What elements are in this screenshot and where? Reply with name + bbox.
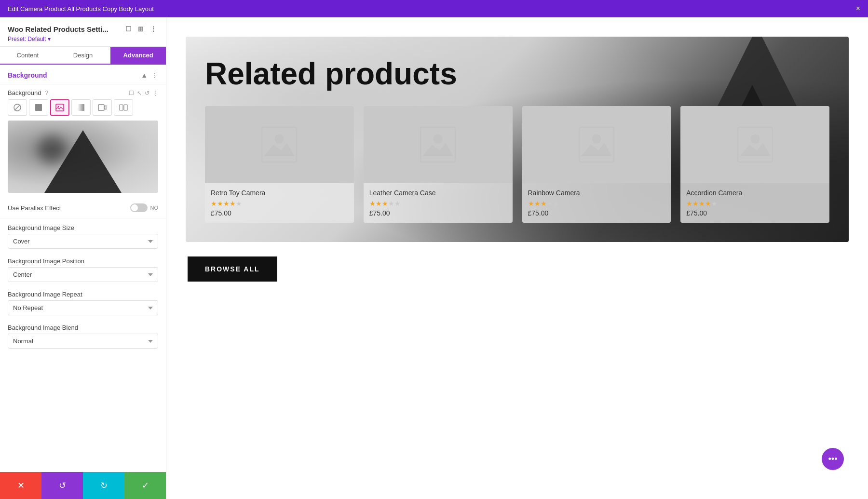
image-size-label: Background Image Size bbox=[8, 224, 158, 231]
product-price-3: £75.00 bbox=[528, 209, 665, 217]
preview-content bbox=[8, 121, 158, 193]
svg-rect-8 bbox=[124, 105, 127, 110]
svg-rect-10 bbox=[262, 127, 297, 162]
save-button[interactable]: ✓ bbox=[124, 472, 166, 499]
preview-arrow bbox=[44, 130, 122, 193]
widget-header: Woo Related Products Setti... ☐ ⊞ ⋮ Pres… bbox=[0, 17, 166, 47]
background-label-icons: ☐ ↖ ↺ ⋮ bbox=[129, 90, 158, 96]
parallax-label: Use Parallax Effect bbox=[8, 204, 61, 212]
dots-icon: ••• bbox=[828, 454, 838, 464]
title-bar: Edit Camera Product All Products Copy Bo… bbox=[0, 0, 868, 17]
products-grid: Retro Toy Camera ★★★★★ £75.00 bbox=[205, 106, 829, 223]
bg-type-video[interactable] bbox=[93, 99, 112, 116]
product-info-4: Accordion Camera ★★★★★ £75.00 bbox=[680, 183, 829, 223]
bg-type-none[interactable] bbox=[8, 99, 27, 116]
image-repeat-label: Background Image Repeat bbox=[8, 291, 158, 298]
toggle-track[interactable] bbox=[130, 203, 148, 212]
responsive-icon[interactable]: ☐ bbox=[123, 24, 133, 34]
product-card: Rainbow Camera ★★★★★ £75.00 bbox=[522, 106, 671, 223]
redo-icon: ↻ bbox=[100, 480, 108, 491]
svg-point-9 bbox=[275, 134, 284, 143]
collapse-icon[interactable]: ▲ bbox=[141, 71, 148, 79]
background-label-row: Background ? ☐ ↖ ↺ ⋮ bbox=[0, 84, 166, 99]
help-icon[interactable]: ? bbox=[45, 90, 48, 96]
svg-rect-7 bbox=[120, 105, 123, 110]
redo-button[interactable]: ↻ bbox=[83, 472, 124, 499]
tab-design[interactable]: Design bbox=[55, 47, 111, 64]
svg-rect-12 bbox=[420, 127, 455, 162]
image-blend-select[interactable]: Normal Multiply Screen Overlay bbox=[8, 334, 158, 349]
toggle-thumb bbox=[131, 204, 138, 211]
section-menu-icon[interactable]: ⋮ bbox=[151, 71, 158, 79]
svg-rect-3 bbox=[56, 104, 64, 111]
bg-type-gradient[interactable] bbox=[71, 99, 91, 116]
image-repeat-row: Background Image Repeat No Repeat Repeat… bbox=[0, 287, 166, 320]
bottom-toolbar: ✕ ↺ ↻ ✓ bbox=[0, 472, 166, 499]
svg-rect-14 bbox=[579, 127, 614, 162]
close-button[interactable]: × bbox=[856, 4, 860, 13]
save-icon: ✓ bbox=[142, 480, 149, 491]
product-name-4: Accordion Camera bbox=[686, 189, 824, 197]
more-options-icon[interactable]: ⋮ bbox=[152, 90, 158, 96]
grid-icon[interactable]: ⊞ bbox=[136, 24, 146, 34]
image-position-row: Background Image Position Center Top Lef… bbox=[0, 254, 166, 287]
product-stars-3: ★★★★★ bbox=[528, 200, 665, 207]
canvas-area: Related products Retro Toy Camera ★★★★★ bbox=[166, 17, 868, 499]
image-size-row: Background Image Size Cover Contain Auto bbox=[0, 220, 166, 254]
related-products-title: Related products bbox=[205, 56, 829, 92]
product-price-4: £75.00 bbox=[686, 209, 824, 217]
bg-type-color[interactable] bbox=[29, 99, 48, 116]
product-name-3: Rainbow Camera bbox=[528, 189, 665, 197]
arrow-icon[interactable]: ↖ bbox=[137, 90, 142, 96]
svg-point-4 bbox=[58, 106, 59, 108]
preset-selector[interactable]: Preset: Default ▾ bbox=[8, 36, 158, 42]
image-blend-label: Background Image Blend bbox=[8, 324, 158, 331]
discard-button[interactable]: ✕ bbox=[0, 472, 41, 499]
product-stars-4: ★★★★★ bbox=[686, 200, 824, 207]
browse-all-button[interactable]: BROWSE ALL bbox=[188, 256, 277, 282]
background-image-preview[interactable] bbox=[8, 121, 158, 193]
title-bar-title: Edit Camera Product All Products Copy Bo… bbox=[8, 5, 154, 13]
sidebar: Woo Related Products Setti... ☐ ⊞ ⋮ Pres… bbox=[0, 17, 166, 499]
svg-point-11 bbox=[434, 134, 443, 143]
svg-rect-2 bbox=[35, 104, 42, 111]
toggle-state: NO bbox=[150, 205, 159, 211]
svg-point-15 bbox=[750, 134, 760, 143]
tab-advanced[interactable]: Advanced bbox=[110, 47, 166, 64]
related-products-section: Related products Retro Toy Camera ★★★★★ bbox=[186, 37, 849, 242]
device-icon[interactable]: ☐ bbox=[129, 90, 134, 96]
reset-icon[interactable]: ↺ bbox=[145, 90, 149, 96]
divider-1 bbox=[0, 218, 166, 218]
svg-rect-16 bbox=[738, 127, 773, 162]
undo-button[interactable]: ↺ bbox=[41, 472, 83, 499]
product-info-1: Retro Toy Camera ★★★★★ £75.00 bbox=[205, 183, 354, 223]
tab-content[interactable]: Content bbox=[0, 47, 55, 64]
image-repeat-select[interactable]: No Repeat Repeat Repeat X Repeat Y bbox=[8, 300, 158, 315]
widget-title-icons: ☐ ⊞ ⋮ bbox=[123, 24, 158, 34]
product-info-2: Leather Camera Case ★★★★★ £75.00 bbox=[364, 183, 513, 223]
product-stars-2: ★★★★★ bbox=[369, 200, 507, 207]
section-header-right: ▲ ⋮ bbox=[141, 71, 158, 79]
svg-rect-5 bbox=[78, 104, 84, 111]
product-price-1: £75.00 bbox=[211, 209, 348, 217]
image-blend-row: Background Image Blend Normal Multiply S… bbox=[0, 320, 166, 353]
undo-icon: ↺ bbox=[59, 480, 66, 491]
bg-type-image[interactable] bbox=[50, 99, 69, 116]
more-icon[interactable]: ⋮ bbox=[149, 24, 158, 34]
main-layout: Woo Related Products Setti... ☐ ⊞ ⋮ Pres… bbox=[0, 17, 868, 499]
widget-title-text: Woo Related Products Setti... bbox=[8, 25, 108, 33]
section-title: Background bbox=[8, 71, 47, 79]
product-card: Retro Toy Camera ★★★★★ £75.00 bbox=[205, 106, 354, 223]
floating-menu-button[interactable]: ••• bbox=[822, 448, 844, 470]
product-card: Leather Camera Case ★★★★★ £75.00 bbox=[364, 106, 513, 223]
image-position-select[interactable]: Center Top Left Top Center Top Right Bot… bbox=[8, 267, 158, 282]
product-info-3: Rainbow Camera ★★★★★ £75.00 bbox=[522, 183, 671, 223]
bg-type-slideshow[interactable] bbox=[114, 99, 133, 116]
product-image-2 bbox=[364, 106, 513, 183]
image-size-select[interactable]: Cover Contain Auto bbox=[8, 234, 158, 249]
product-card: Accordion Camera ★★★★★ £75.00 bbox=[680, 106, 829, 223]
parallax-toggle[interactable]: NO bbox=[130, 203, 159, 212]
svg-line-1 bbox=[14, 105, 20, 110]
image-position-label: Background Image Position bbox=[8, 257, 158, 265]
product-image-4 bbox=[680, 106, 829, 183]
